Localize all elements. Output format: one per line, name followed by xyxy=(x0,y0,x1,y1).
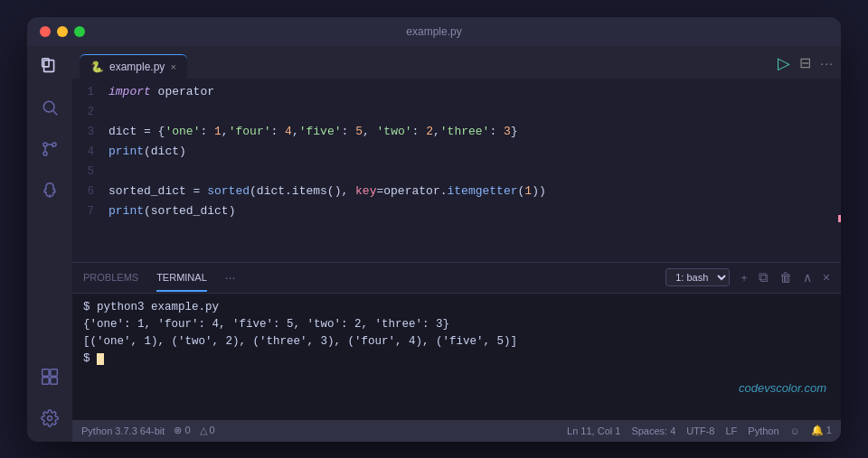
terminal-line-4: $ xyxy=(83,351,830,368)
svg-point-14 xyxy=(48,416,52,420)
editor-container: 1 import operator 2 3 dict = {'one': 1,'… xyxy=(72,79,841,420)
code-line-5: 5 xyxy=(72,162,841,182)
scroll-indicator xyxy=(838,215,841,222)
terminal-tab[interactable]: TERMINAL xyxy=(156,265,207,292)
python-version-status[interactable]: Python 3.7.3 64-bit xyxy=(81,425,165,436)
svg-point-4 xyxy=(43,142,47,145)
code-line-7: 7 print(sorted_dict) xyxy=(72,201,841,221)
line-number-7: 7 xyxy=(72,202,108,221)
editor-area: 🐍 example.py × ▷ ⊟ ··· 1 import oper xyxy=(72,46,841,442)
svg-rect-12 xyxy=(42,377,50,384)
watermark: codevscolor.com xyxy=(739,381,826,395)
smiley-status[interactable]: ☺ xyxy=(790,425,800,436)
line-ending-status[interactable]: LF xyxy=(725,425,737,436)
terminal-body[interactable]: $ python3 example.py {'one': 1, 'four': … xyxy=(72,294,841,420)
svg-rect-11 xyxy=(51,369,58,376)
main-layout: 🐍 example.py × ▷ ⊟ ··· 1 import oper xyxy=(27,46,841,442)
vscode-window: example.py xyxy=(27,17,841,442)
line-number-3: 3 xyxy=(72,123,108,142)
titlebar: example.py xyxy=(27,17,841,46)
terminal-controls: 1: bash + ⧉ 🗑 ∧ × xyxy=(665,268,830,286)
minimize-dot[interactable] xyxy=(57,26,68,37)
settings-icon[interactable] xyxy=(37,406,62,431)
line-content-4: print(dict) xyxy=(108,142,834,161)
svg-point-6 xyxy=(43,151,47,154)
code-line-1: 1 import operator xyxy=(72,82,841,102)
svg-point-2 xyxy=(43,101,54,112)
extensions-icon[interactable] xyxy=(37,364,62,389)
close-terminal-button[interactable]: × xyxy=(823,270,830,285)
more-actions-button[interactable]: ··· xyxy=(820,56,834,70)
line-content-2 xyxy=(108,102,834,121)
delete-terminal-button[interactable]: 🗑 xyxy=(779,270,792,285)
terminal-line-3: [('one', 1), ('two', 2), ('three', 3), (… xyxy=(83,333,830,351)
close-dot[interactable] xyxy=(40,26,51,37)
terminal-section: PROBLEMS TERMINAL ··· 1: bash + ⧉ 🗑 ∧ × xyxy=(72,262,841,420)
svg-line-3 xyxy=(53,110,58,115)
python-file-icon: 🐍 xyxy=(90,61,104,73)
terminal-line-2: {'one': 1, 'four': 4, 'five': 5, 'two': … xyxy=(83,316,830,333)
source-control-icon[interactable] xyxy=(37,136,62,162)
line-number-4: 4 xyxy=(72,143,108,162)
warnings-status[interactable]: △ 0 xyxy=(200,425,215,436)
svg-rect-10 xyxy=(42,369,50,376)
code-line-4: 4 print(dict) xyxy=(72,142,841,162)
encoding-status[interactable]: UTF-8 xyxy=(686,425,714,436)
svg-rect-13 xyxy=(51,377,58,384)
line-number-6: 6 xyxy=(72,182,108,201)
status-right: Ln 11, Col 1 Spaces: 4 UTF-8 LF Python ☺… xyxy=(567,425,832,436)
split-terminal-button[interactable]: ⧉ xyxy=(759,269,769,285)
line-content-3: dict = {'one': 1,'four': 4,'five': 5, 't… xyxy=(108,122,834,141)
indentation-status[interactable]: Spaces: 4 xyxy=(631,425,675,436)
status-left: Python 3.7.3 64-bit ⊗ 0 △ 0 xyxy=(81,425,215,436)
line-number-5: 5 xyxy=(72,163,108,182)
line-number-2: 2 xyxy=(72,103,108,122)
terminal-cursor xyxy=(97,353,104,365)
code-line-6: 6 sorted_dict = sorted(dict.items(), key… xyxy=(72,182,841,201)
activity-bar-bottom xyxy=(37,364,62,431)
status-bar: Python 3.7.3 64-bit ⊗ 0 △ 0 Ln 11, Col 1… xyxy=(72,420,841,442)
line-content-5 xyxy=(108,162,834,181)
tab-filename: example.py xyxy=(109,61,165,73)
line-content-6: sorted_dict = sorted(dict.items(), key=o… xyxy=(108,182,834,201)
tab-close-button[interactable]: × xyxy=(170,61,175,72)
activity-bar xyxy=(27,46,72,442)
line-number-1: 1 xyxy=(72,83,108,102)
line-content-7: print(sorted_dict) xyxy=(108,201,834,220)
notification-status[interactable]: 🔔 1 xyxy=(811,425,832,436)
files-icon[interactable] xyxy=(37,53,62,79)
line-content-1: import operator xyxy=(108,82,834,101)
cursor-position-status[interactable]: Ln 11, Col 1 xyxy=(567,425,620,436)
code-line-3: 3 dict = {'one': 1,'four': 4,'five': 5, … xyxy=(72,122,841,142)
code-editor[interactable]: 1 import operator 2 3 dict = {'one': 1,'… xyxy=(72,79,841,262)
window-controls xyxy=(40,26,85,37)
editor-actions: ▷ ⊟ ··· xyxy=(778,53,834,79)
search-icon[interactable] xyxy=(37,95,62,120)
maximize-dot[interactable] xyxy=(74,26,85,37)
terminal-line-1: $ python3 example.py xyxy=(83,299,830,316)
problems-tab[interactable]: PROBLEMS xyxy=(83,265,138,290)
run-button[interactable]: ▷ xyxy=(778,53,790,73)
terminal-tab-bar: PROBLEMS TERMINAL ··· 1: bash + ⧉ 🗑 ∧ × xyxy=(72,263,841,294)
window-title: example.py xyxy=(406,25,461,38)
collapse-terminal-button[interactable]: ∧ xyxy=(803,270,812,285)
code-line-2: 2 xyxy=(72,102,841,122)
editor-tab[interactable]: 🐍 example.py × xyxy=(80,54,187,79)
errors-status[interactable]: ⊗ 0 xyxy=(174,425,190,436)
terminal-more-button[interactable]: ··· xyxy=(225,270,236,285)
shell-selector[interactable]: 1: bash xyxy=(665,268,730,286)
new-terminal-button[interactable]: + xyxy=(741,271,748,285)
split-editor-button[interactable]: ⊟ xyxy=(799,54,811,71)
tab-bar: 🐍 example.py × ▷ ⊟ ··· xyxy=(72,46,841,79)
language-mode-status[interactable]: Python xyxy=(748,425,778,436)
debug-icon[interactable] xyxy=(37,178,62,203)
